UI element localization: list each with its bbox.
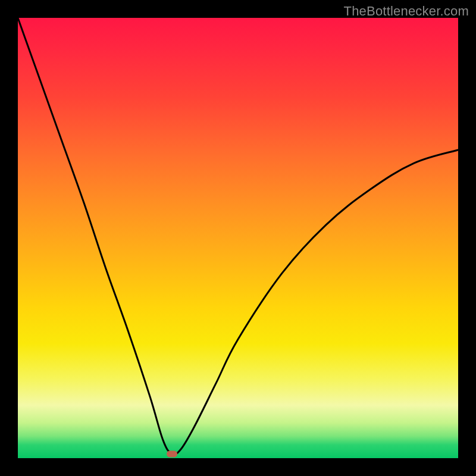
- bottleneck-curve: [18, 18, 458, 458]
- plot-area: [18, 18, 458, 458]
- watermark-text: TheBottlenecker.com: [344, 4, 469, 19]
- minimum-marker: [167, 450, 177, 457]
- chart-stage: TheBottlenecker.com: [0, 0, 476, 476]
